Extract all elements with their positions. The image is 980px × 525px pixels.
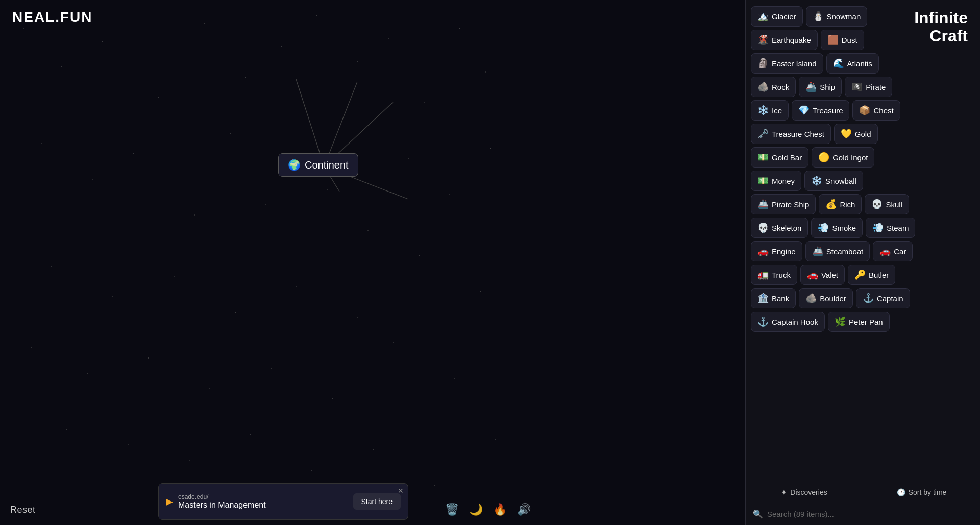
- item-label: Skeleton: [772, 224, 801, 232]
- item-chip[interactable]: 🏦Bank: [751, 288, 796, 308]
- item-chip[interactable]: 🟡Gold Ingot: [812, 147, 874, 168]
- item-label: Treasure Chest: [772, 130, 824, 138]
- star: [311, 470, 312, 471]
- star: [327, 189, 328, 190]
- star: [490, 148, 491, 149]
- item-row: 🗝️Treasure Chest💛Gold: [751, 124, 975, 144]
- item-label: Ship: [820, 83, 835, 91]
- discoveries-label: Discoveries: [790, 488, 827, 496]
- star: [112, 296, 113, 297]
- search-input[interactable]: [767, 510, 973, 518]
- item-row: 🏦Bank🪨Boulder⚓Captain: [751, 288, 975, 308]
- item-chip[interactable]: ⚓Captain: [856, 288, 910, 308]
- item-chip[interactable]: 💨Steam: [866, 218, 915, 238]
- item-row: 🗿Easter Island🌊Atlantis: [751, 53, 975, 74]
- item-emoji: 💛: [841, 128, 852, 139]
- item-label: Steamboat: [826, 247, 864, 256]
- star: [368, 230, 369, 231]
- volume-icon[interactable]: 🔊: [517, 503, 531, 516]
- item-emoji: 💵: [757, 152, 769, 163]
- item-chip[interactable]: 💵Money: [751, 171, 801, 191]
- item-label: Snowball: [825, 177, 856, 185]
- trash-icon[interactable]: 🗑️: [445, 503, 459, 516]
- star: [434, 485, 435, 486]
- reset-button[interactable]: Reset: [10, 505, 36, 515]
- star: [357, 61, 358, 62]
- item-label: Rock: [772, 83, 789, 91]
- item-chip[interactable]: 🏴‍☠️Pirate: [845, 77, 892, 97]
- sidebar-tabs: ✦ Discoveries 🕐 Sort by time: [746, 482, 980, 503]
- item-emoji: ⚓: [757, 316, 769, 327]
- item-label: Captain Hook: [772, 318, 818, 326]
- item-chip[interactable]: 🚗Car: [873, 241, 913, 261]
- star: [128, 444, 129, 445]
- item-label: Car: [894, 247, 906, 256]
- item-row: 💵Gold Bar🟡Gold Ingot: [751, 147, 975, 168]
- ad-close-button[interactable]: ✕: [398, 487, 404, 495]
- item-emoji: 🚗: [807, 269, 818, 280]
- item-chip[interactable]: 🚛Truck: [751, 265, 797, 285]
- item-chip[interactable]: 🌿Peter Pan: [828, 312, 890, 332]
- item-emoji: 🟡: [818, 152, 829, 163]
- item-chip[interactable]: 💰Rich: [819, 194, 862, 214]
- item-chip[interactable]: 💨Smoke: [811, 218, 863, 238]
- item-chip[interactable]: 🚗Valet: [800, 265, 845, 285]
- item-row: ⚓Captain Hook🌿Peter Pan: [751, 312, 975, 332]
- item-label: Treasure: [813, 106, 843, 115]
- star: [296, 286, 297, 287]
- ad-cta-button[interactable]: Start here: [353, 493, 401, 510]
- star: [245, 77, 246, 78]
- canvas-area[interactable]: 🌍 Continent: [0, 0, 541, 525]
- item-chip[interactable]: 🗿Easter Island: [751, 53, 823, 74]
- item-chip[interactable]: 🚢Steamboat: [805, 241, 870, 261]
- item-chip[interactable]: 💛Gold: [834, 124, 878, 144]
- item-chip[interactable]: 📦Chest: [852, 100, 900, 121]
- items-list[interactable]: 🏔️Glacier⛄Snowman🌋Earthquake🟫Dust🗿Easter…: [746, 0, 980, 482]
- item-chip[interactable]: 💵Gold Bar: [751, 147, 808, 168]
- item-chip[interactable]: 💀Skull: [865, 194, 909, 214]
- item-chip[interactable]: 🪨Boulder: [799, 288, 853, 308]
- item-chip[interactable]: ❄️Ice: [751, 100, 789, 121]
- item-emoji: 💰: [825, 199, 837, 210]
- star: [189, 460, 190, 461]
- item-emoji: 🏦: [757, 293, 769, 304]
- search-icon: 🔍: [753, 509, 763, 519]
- tab-discoveries[interactable]: ✦ Discoveries: [746, 482, 863, 503]
- item-label: Smoke: [832, 224, 856, 232]
- item-emoji: ⚓: [863, 293, 874, 304]
- star: [209, 388, 210, 389]
- continent-node[interactable]: 🌍 Continent: [278, 153, 358, 177]
- moon-icon[interactable]: 🌙: [469, 503, 483, 516]
- item-emoji: 🪨: [805, 293, 817, 304]
- search-bar: 🔍: [746, 503, 980, 525]
- item-label: Atlantis: [847, 59, 872, 68]
- item-chip[interactable]: 💀Skeleton: [751, 218, 808, 238]
- item-emoji: 🚢: [812, 246, 823, 257]
- item-emoji: 💨: [818, 222, 829, 233]
- item-chip[interactable]: 🪨Rock: [751, 77, 796, 97]
- ad-main-text: Masters in Management: [178, 500, 348, 510]
- item-chip[interactable]: ❄️Snowball: [804, 171, 863, 191]
- continent-label: Continent: [305, 159, 349, 171]
- item-emoji: 🚗: [879, 246, 891, 257]
- tab-sort-by-time[interactable]: 🕐 Sort by time: [863, 482, 980, 503]
- item-row: 💵Money❄️Snowball: [751, 171, 975, 191]
- star: [449, 194, 450, 195]
- item-chip[interactable]: 🚗Engine: [751, 241, 802, 261]
- item-chip[interactable]: 🔑Butler: [848, 265, 895, 285]
- star: [419, 255, 420, 256]
- item-chip[interactable]: 🚢Pirate Ship: [751, 194, 816, 214]
- item-emoji: 🌊: [833, 58, 844, 69]
- item-chip[interactable]: ⚓Captain Hook: [751, 312, 825, 332]
- item-chip[interactable]: 🗝️Treasure Chest: [751, 124, 831, 144]
- item-chip[interactable]: 🚢Ship: [799, 77, 842, 97]
- sidebar: 🏔️Glacier⛄Snowman🌋Earthquake🟫Dust🗿Easter…: [745, 0, 980, 525]
- brush-icon[interactable]: 🔥: [493, 503, 507, 516]
- item-chip[interactable]: 🌊Atlantis: [826, 53, 879, 74]
- item-row: 💀Skeleton💨Smoke💨Steam: [751, 218, 975, 238]
- item-chip[interactable]: 💎Treasure: [792, 100, 849, 121]
- item-label: Boulder: [820, 294, 846, 303]
- item-emoji: 🚛: [757, 269, 769, 280]
- star: [424, 102, 425, 103]
- star: [92, 179, 93, 180]
